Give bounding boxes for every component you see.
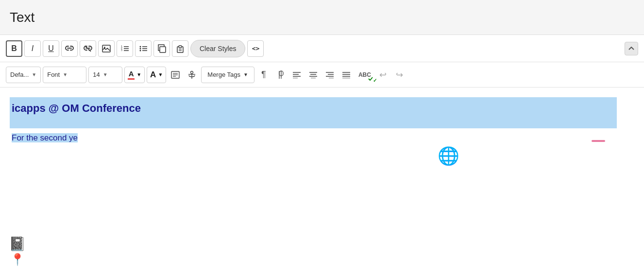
- unordered-list-icon: [139, 45, 148, 52]
- undo-button[interactable]: ↩: [376, 68, 390, 82]
- spellcheck-check-icon: [368, 77, 373, 81]
- font-color-button[interactable]: A ▼: [124, 67, 145, 83]
- align-center-icon: [309, 71, 317, 78]
- font-family-label: Defa...: [10, 71, 29, 78]
- toolbar-row-1: B I U 1 2 3: [0, 35, 644, 62]
- collapse-button[interactable]: [625, 42, 638, 55]
- copy-icon: [157, 44, 166, 53]
- anchor-button[interactable]: [185, 68, 199, 82]
- redo-button[interactable]: ↪: [392, 68, 407, 82]
- link-icon: [65, 45, 74, 52]
- align-right-button[interactable]: [322, 68, 337, 82]
- clear-styles-button[interactable]: Clear Styles: [190, 40, 245, 57]
- image-button[interactable]: [98, 40, 115, 57]
- notepad-decoration: 📓 📍: [9, 236, 26, 266]
- italic-button[interactable]: I: [24, 40, 41, 57]
- notepad-icon: 📓: [9, 236, 26, 252]
- font-name-dropdown[interactable]: Font ▼: [43, 67, 86, 83]
- unordered-list-button[interactable]: [135, 40, 152, 57]
- font-size-dropdown[interactable]: 14 ▼: [88, 67, 122, 83]
- svg-rect-15: [160, 47, 166, 52]
- collapse-icon: [628, 47, 634, 51]
- block-button[interactable]: [168, 68, 183, 82]
- font-name-label: Font: [47, 71, 60, 78]
- editor-line-2-selected: For the second ye: [12, 133, 78, 142]
- link-button[interactable]: [61, 40, 78, 57]
- justify-button[interactable]: [339, 68, 354, 82]
- font-size-arrow: ▼: [103, 72, 108, 77]
- code-button[interactable]: <>: [247, 40, 264, 57]
- font-family-arrow: ▼: [32, 72, 36, 77]
- p-mark-icon: [277, 70, 284, 79]
- ordered-list-button[interactable]: 1 2 3: [117, 40, 133, 57]
- editor-line-2: For the second ye: [10, 128, 634, 143]
- font-size-a-arrow: ▼: [158, 72, 163, 77]
- align-left-icon: [293, 71, 301, 78]
- block-icon: [171, 71, 180, 79]
- unlink-button[interactable]: [80, 40, 96, 57]
- svg-rect-17: [179, 46, 182, 48]
- image-icon: [102, 45, 111, 52]
- font-color-a-label: A: [129, 70, 134, 78]
- bold-button[interactable]: B: [6, 40, 22, 57]
- svg-point-10: [140, 48, 141, 49]
- merge-tags-arrow: ▼: [243, 72, 248, 77]
- paragraph2-button[interactable]: [273, 68, 288, 82]
- paste-icon: [176, 44, 185, 53]
- font-size-a-button[interactable]: A ▼: [147, 67, 166, 83]
- align-right-icon: [326, 71, 334, 78]
- merge-tags-label: Merge Tags: [207, 71, 240, 78]
- svg-text:3: 3: [121, 49, 122, 52]
- svg-point-24: [191, 71, 193, 73]
- title-bar: Text: [0, 0, 644, 35]
- align-left-button[interactable]: [289, 68, 304, 82]
- font-color-bar: [128, 78, 135, 80]
- underline-button[interactable]: U: [43, 40, 59, 57]
- copy-button[interactable]: [153, 40, 170, 57]
- pin-icon: 📍: [10, 253, 25, 266]
- toolbar-row-2: Defa... ▼ Font ▼ 14 ▼ A ▼ A ▼: [0, 62, 644, 88]
- merge-tags-dropdown[interactable]: Merge Tags ▼: [201, 67, 254, 83]
- editor-empty-selected-line: [10, 120, 617, 128]
- spellcheck-button[interactable]: ABC: [356, 68, 374, 82]
- ordered-list-icon: 1 2 3: [120, 45, 129, 52]
- editor-line-1: icapps @ OM Conference: [10, 97, 617, 120]
- svg-point-11: [140, 50, 141, 51]
- font-size-label: 14: [93, 71, 100, 78]
- anchor-icon: [188, 70, 196, 79]
- svg-point-9: [140, 46, 141, 47]
- editor-area[interactable]: icapps @ OM Conference For the second ye…: [0, 88, 644, 280]
- font-size-a-label: A: [150, 70, 156, 80]
- pink-dash-decoration: [592, 140, 605, 142]
- font-color-arrow: ▼: [136, 72, 141, 77]
- editor-line-1-text: icapps @ OM Conference: [12, 102, 141, 114]
- align-center-button[interactable]: [306, 68, 321, 82]
- paste-button[interactable]: [172, 40, 188, 57]
- font-name-arrow: ▼: [63, 72, 68, 77]
- justify-icon: [342, 71, 350, 78]
- font-family-dropdown[interactable]: Defa... ▼: [6, 67, 41, 83]
- globe-decoration: 🌐: [438, 146, 459, 166]
- page-title: Text: [10, 10, 34, 25]
- paragraph-button[interactable]: ¶: [256, 68, 271, 82]
- unlink-icon: [84, 45, 92, 52]
